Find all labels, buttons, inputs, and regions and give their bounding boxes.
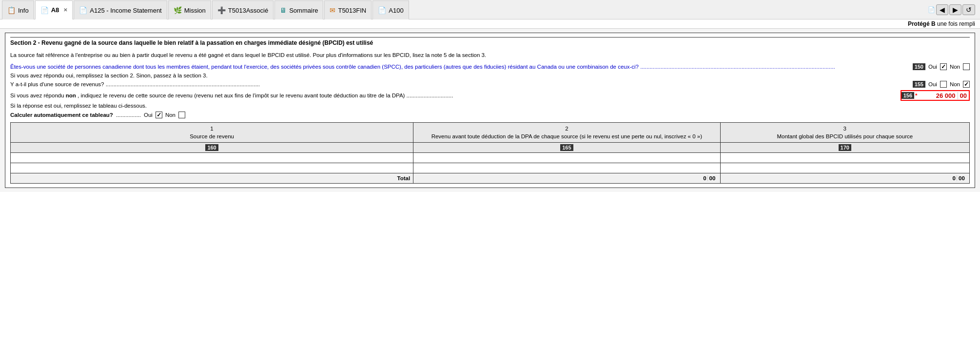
auto-calc-dots: ................ — [116, 112, 141, 118]
field-156-description: Si vous avez répondu non , indiquez le r… — [10, 92, 901, 99]
mission-tab-icon: 🌿 — [174, 6, 182, 14]
table-row-1-col3[interactable] — [720, 153, 969, 163]
tab-a8[interactable]: 📄 A8 ✕ — [35, 0, 73, 19]
tab-a100-label: A100 — [389, 7, 403, 14]
field-150-label: 150 — [913, 63, 925, 70]
tab-a8-close[interactable]: ✕ — [63, 7, 67, 13]
tab-a125[interactable]: 📄 A125 - Income Statement — [74, 0, 167, 19]
total-label: Total — [397, 175, 411, 181]
oui-label-1: Oui — [928, 64, 937, 70]
field-156-label-after: , indiquez le revenu de cette source de … — [78, 93, 453, 98]
col2-field-box: 165 — [560, 144, 573, 151]
table-row-2-col1[interactable] — [11, 163, 413, 173]
col2-header-num: 2 — [416, 125, 717, 132]
question2-answer: 155 Oui Non — [913, 81, 970, 88]
tab-a8-label: A8 — [51, 6, 59, 14]
table-row-1-col2[interactable] — [413, 153, 720, 163]
field-156-cents[interactable]: 00 — [958, 92, 969, 99]
question2-row: Y a-t-il plus d'une source de revenus? .… — [10, 80, 970, 88]
section-title: Section 2 - Revenu gagné de la source da… — [10, 39, 373, 46]
tab-t5013assoc[interactable]: ➕ T5013Associé — [212, 0, 274, 19]
main-content: Section 2 - Revenu gagné de la source da… — [0, 29, 980, 192]
total-col2-value: 0 — [682, 175, 706, 181]
info-tab-icon: 📋 — [7, 6, 16, 14]
tab-sommaire[interactable]: 🖥 Sommaire — [274, 0, 323, 19]
tab-info[interactable]: 📋 Info — [2, 0, 34, 19]
total-col3-value-area: 0 00 — [724, 175, 966, 181]
non-checkbox-1[interactable] — [963, 63, 970, 70]
data-table: 1 Source de revenu 2 Revenu avant toute … — [10, 122, 970, 184]
section-box: Section 2 - Revenu gagné de la source da… — [5, 33, 975, 188]
t5013fin-tab-icon: ✉ — [330, 6, 335, 14]
tab-info-label: Info — [18, 7, 29, 14]
col3-header-num: 3 — [724, 125, 966, 132]
total-col2-cents: 00 — [707, 175, 717, 181]
question2-text: Y a-t-il plus d'une source de revenus? .… — [10, 80, 913, 88]
field-156-label-non: non — [66, 93, 76, 98]
answer-note-1: Si vous avez répondu oui, remplissez la … — [10, 73, 970, 78]
field-156-value[interactable]: 26 000 — [919, 92, 958, 99]
field-156-label-box: 156 — [902, 92, 914, 99]
table-header-row: 1 Source de revenu 2 Revenu avant toute … — [11, 123, 970, 143]
section-description: La source fait référence à l'entreprise … — [10, 51, 970, 59]
tab-bar: 📋 Info 📄 A8 ✕ 📄 A125 - Income Statement … — [0, 0, 980, 19]
tab-sommaire-label: Sommaire — [289, 7, 318, 14]
question1-answer: 150 Oui Non — [913, 63, 970, 70]
a100-tab-icon: 📄 — [378, 6, 386, 14]
a125-tab-icon: 📄 — [79, 6, 87, 14]
auto-calc-oui-label: Oui — [144, 112, 153, 118]
table-row-2-col3[interactable] — [720, 163, 969, 173]
total-label-cell: Total — [11, 173, 413, 184]
field-156-input-area: 156 * 26 000 00 — [901, 90, 970, 101]
tab-t5013fin[interactable]: ✉ T5013FIN — [324, 0, 372, 19]
col2-header: 2 Revenu avant toute déduction de la DPA… — [413, 123, 720, 143]
auto-calc-label: Calculer automatiquement ce tableau? — [10, 112, 113, 118]
auto-calc-non-checkbox[interactable] — [178, 112, 185, 118]
a8-tab-icon: 📄 — [40, 6, 49, 14]
oui-label-2: Oui — [928, 81, 937, 87]
field-156-label-before: Si vous avez répondu — [10, 93, 64, 98]
total-col3-cell: 0 00 — [720, 173, 969, 184]
nav-doc-icon: 📄 — [928, 6, 935, 13]
nav-refresh-button[interactable]: ↺ — [962, 4, 975, 15]
field-155-label: 155 — [913, 81, 925, 88]
tab-mission-label: Mission — [184, 7, 206, 14]
table-row — [11, 163, 970, 173]
col1-header-num: 1 — [14, 125, 410, 132]
table-row-2-col2[interactable] — [413, 163, 720, 173]
col3-header-label: Montant global des BPCID utilisés pour c… — [724, 132, 966, 140]
total-col2-value-area: 0 00 — [416, 175, 717, 181]
field-156-asterisk: * — [914, 93, 918, 98]
tab-a125-label: A125 - Income Statement — [90, 7, 161, 14]
col1-header-label: Source de revenu — [14, 132, 410, 140]
tab-mission[interactable]: 🌿 Mission — [168, 0, 211, 19]
tab-t5013fin-label: T5013FIN — [338, 7, 366, 14]
col3-field-box: 170 — [839, 144, 851, 151]
table-field-row: 160 165 170 — [11, 143, 970, 153]
col1-field-box: 160 — [205, 144, 218, 151]
col2-field-cell: 165 — [413, 143, 720, 153]
oui-checkbox-2[interactable] — [940, 81, 947, 88]
nav-back-button[interactable]: ◀ — [936, 4, 948, 15]
sommaire-tab-icon: 🖥 — [280, 6, 287, 14]
table-row-1-col1[interactable] — [11, 153, 413, 163]
col2-header-label: Revenu avant toute déduction de la DPA d… — [416, 132, 717, 140]
question1-text: Êtes-vous une société de personnes canad… — [10, 63, 913, 71]
non-checkbox-2[interactable] — [963, 81, 970, 88]
non-label-2: Non — [950, 81, 960, 87]
oui-checkbox-1[interactable] — [940, 63, 947, 70]
tab-t5013assoc-label: T5013Associé — [228, 7, 268, 14]
tab-a100[interactable]: 📄 A100 — [372, 0, 409, 19]
total-col3-cents: 00 — [957, 175, 966, 181]
field-156-input-box[interactable]: 156 * 26 000 00 — [901, 90, 970, 101]
question1-row: Êtes-vous une société de personnes canad… — [10, 63, 970, 71]
total-col3-value: 0 — [931, 175, 956, 181]
nav-forward-button[interactable]: ▶ — [949, 4, 961, 15]
col1-header: 1 Source de revenu — [11, 123, 413, 143]
total-col2-cell: 0 00 — [413, 173, 720, 184]
auto-calc-row: Calculer automatiquement ce tableau? ...… — [10, 112, 970, 118]
table-row — [11, 153, 970, 163]
protected-bar: Protégé B une fois rempli — [0, 19, 980, 29]
auto-calc-oui-checkbox[interactable] — [156, 112, 162, 118]
protected-label: Protégé B — [908, 20, 936, 27]
